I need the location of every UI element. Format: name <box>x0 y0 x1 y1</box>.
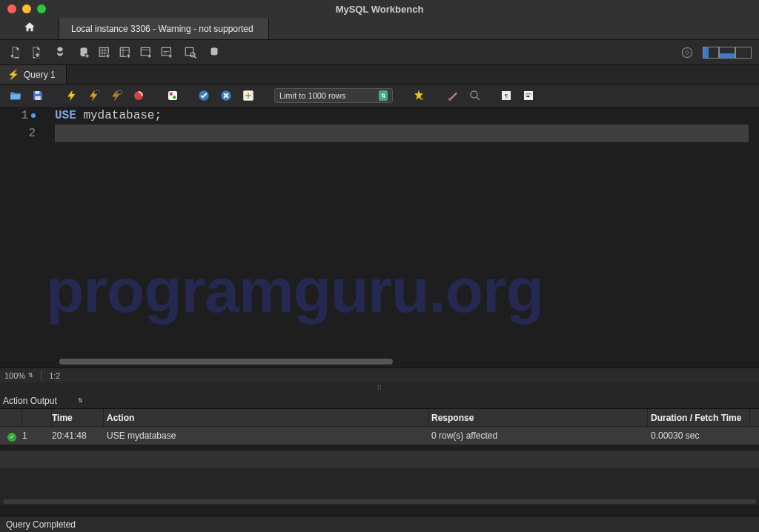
row-time: 20:41:48 <box>52 430 104 441</box>
titlebar: MySQL Workbench <box>0 0 759 18</box>
window-close-button[interactable] <box>7 4 16 13</box>
lightning-icon: ⚡ <box>7 69 19 80</box>
svg-rect-28 <box>448 98 451 101</box>
toggle-right-panel-button[interactable] <box>735 47 752 59</box>
output-type-select[interactable]: Action Output ⇅ <box>3 396 83 406</box>
create-view-icon[interactable] <box>117 44 133 61</box>
panel-splitter[interactable]: ⠿ <box>0 382 759 393</box>
svg-rect-18 <box>35 96 41 100</box>
sql-text: mydatabase; <box>76 109 162 122</box>
output-panel-header: Action Output ⇅ <box>0 393 759 409</box>
query-toolbar: Limit to 1000 rows ⇅ ¶ <box>0 84 759 107</box>
status-success-icon <box>7 433 16 442</box>
settings-gear-icon[interactable] <box>679 44 695 61</box>
beautify-icon[interactable] <box>411 87 427 104</box>
connection-tab-label: Local instance 3306 - Warning - not supp… <box>71 24 253 34</box>
status-bar: Query Completed <box>0 516 759 532</box>
svg-point-16 <box>686 50 689 54</box>
table-header-row: Time Action Response Duration / Fetch Ti… <box>0 409 759 427</box>
window-minimize-button[interactable] <box>22 4 31 13</box>
toggle-limit-icon[interactable] <box>240 87 256 104</box>
dropdown-chevron-icon: ⇅ <box>78 397 83 404</box>
dropdown-chevron-icon: ⇅ <box>379 90 388 101</box>
table-row[interactable]: 1 20:41:48 USE mydatabase 0 row(s) affec… <box>0 427 759 445</box>
cursor-position: 1:2 <box>49 371 60 380</box>
col-response[interactable]: Response <box>428 409 648 426</box>
svg-point-23 <box>173 96 176 99</box>
explain-icon[interactable] <box>108 87 125 104</box>
line-number: 1 <box>21 109 28 122</box>
commit-icon[interactable] <box>196 87 212 104</box>
svg-point-29 <box>471 91 477 98</box>
create-procedure-icon[interactable] <box>138 44 154 61</box>
create-function-icon[interactable] <box>159 44 175 61</box>
open-file-icon[interactable] <box>7 87 24 104</box>
line-gutter: 1 2 <box>0 107 40 368</box>
query-tab-label: Query 1 <box>24 70 56 80</box>
row-index: 1 <box>22 430 52 441</box>
svg-rect-17 <box>35 91 39 94</box>
col-duration[interactable]: Duration / Fetch Time <box>648 409 750 426</box>
toggle-wrap-icon[interactable] <box>520 87 537 104</box>
find-replace-icon[interactable] <box>445 87 461 104</box>
editor-horizontal-scrollbar[interactable] <box>59 359 393 365</box>
create-table-icon[interactable] <box>96 44 113 61</box>
row-limit-select[interactable]: Limit to 1000 rows ⇅ <box>274 88 393 103</box>
toggle-invisible-icon[interactable]: ¶ <box>498 87 514 104</box>
code-area[interactable]: USE mydatabase; <box>55 107 749 368</box>
home-tab[interactable] <box>0 18 59 39</box>
row-response: 0 row(s) affected <box>428 430 648 441</box>
breakpoint-dot-icon <box>31 113 36 118</box>
query-tab[interactable]: ⚡ Query 1 <box>0 65 67 84</box>
action-output-table: Time Action Response Duration / Fetch Ti… <box>0 409 759 505</box>
svg-rect-32 <box>524 91 533 100</box>
output-type-label: Action Output <box>3 396 57 406</box>
rollback-icon[interactable] <box>218 87 234 104</box>
window-maximize-button[interactable] <box>37 4 46 13</box>
toggle-bottom-panel-button[interactable] <box>719 47 735 59</box>
toggle-left-panel-button[interactable] <box>703 47 719 59</box>
row-limit-label: Limit to 1000 rows <box>279 91 345 100</box>
svg-rect-12 <box>185 47 193 56</box>
zoom-chevron-icon[interactable]: ⇅ <box>28 372 33 379</box>
query-tab-bar: ⚡ Query 1 <box>0 65 759 84</box>
svg-point-19 <box>118 90 122 95</box>
main-toolbar <box>0 40 759 65</box>
svg-point-27 <box>421 98 423 100</box>
create-schema-icon[interactable] <box>76 44 92 61</box>
reconnect-icon[interactable] <box>206 44 222 61</box>
window-title: MySQL Workbench <box>336 4 424 15</box>
svg-rect-21 <box>168 91 177 100</box>
new-sql-tab-icon[interactable] <box>7 44 24 61</box>
connection-tab-bar: Local instance 3306 - Warning - not supp… <box>0 18 759 40</box>
svg-point-22 <box>170 93 173 96</box>
sql-editor[interactable]: 1 2 USE mydatabase; programguru.org <box>0 107 759 368</box>
connection-tab[interactable]: Local instance 3306 - Warning - not supp… <box>59 18 269 39</box>
inspector-icon[interactable] <box>52 44 68 61</box>
col-time[interactable]: Time <box>52 409 104 426</box>
search-icon[interactable] <box>467 87 483 104</box>
row-action: USE mydatabase <box>104 430 428 441</box>
grip-icon: ⠿ <box>377 384 382 392</box>
zoom-level: 100% <box>4 371 25 380</box>
row-duration: 0.00030 sec <box>648 430 750 441</box>
toggle-autocommit-icon[interactable] <box>165 87 181 104</box>
search-table-data-icon[interactable] <box>182 44 199 61</box>
status-text: Query Completed <box>6 519 76 530</box>
home-icon <box>22 21 37 37</box>
svg-point-13 <box>190 53 195 57</box>
stop-icon[interactable] <box>130 87 147 104</box>
save-file-icon[interactable] <box>30 87 46 104</box>
output-horizontal-scrollbar[interactable] <box>0 498 759 505</box>
svg-text:¶: ¶ <box>505 93 508 99</box>
open-sql-file-icon[interactable] <box>28 44 44 61</box>
sql-keyword: USE <box>55 109 76 122</box>
empty-row <box>0 450 759 468</box>
execute-icon[interactable] <box>64 87 80 104</box>
editor-status-bar: 100% ⇅ 1:2 <box>0 368 759 382</box>
line-number: 2 <box>28 127 36 140</box>
col-action[interactable]: Action <box>104 409 428 426</box>
execute-current-icon[interactable] <box>86 87 102 104</box>
